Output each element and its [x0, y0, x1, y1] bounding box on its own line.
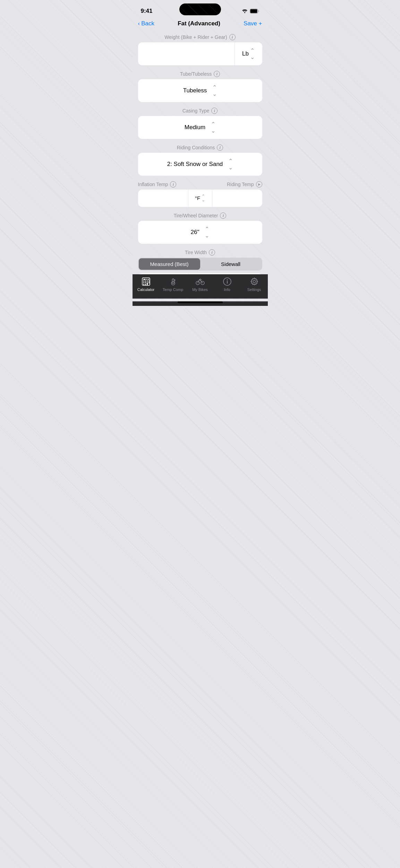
width-label: Tire Width i	[138, 249, 262, 256]
diameter-select[interactable]: 26" ⌃⌄	[138, 221, 262, 244]
casing-field-group: Casing Type i Medium ⌃⌄	[138, 108, 262, 139]
weight-input-container: 200 Lb ⌃⌄	[138, 42, 262, 65]
svg-rect-10	[145, 282, 146, 283]
temp-unit-label: °F	[195, 195, 200, 201]
tab-temp-comp-label: Temp Comp	[163, 287, 183, 292]
casing-label: Casing Type i	[138, 108, 262, 114]
svg-rect-8	[143, 284, 144, 285]
svg-rect-15	[148, 282, 150, 283]
dynamic-island	[179, 3, 221, 15]
tab-settings[interactable]: Settings	[244, 277, 265, 292]
tab-settings-label: Settings	[247, 287, 261, 292]
weight-unit-label: Lb	[242, 50, 249, 57]
tube-field-group: Tube/Tubeless i Tubeless ⌃⌄	[138, 71, 262, 102]
width-field-group: Tire Width i Measured (Best) Sidewall 4.…	[138, 249, 262, 274]
svg-rect-11	[145, 284, 146, 285]
temp-inputs-row: 50 °F ⌃⌄ 20	[138, 190, 262, 207]
diameter-field-group: Tire/Wheel Diameter i 26" ⌃⌄	[138, 212, 262, 244]
back-button[interactable]: ‹ Back	[138, 20, 154, 27]
svg-rect-4	[146, 279, 147, 280]
save-button[interactable]: Save +	[244, 20, 262, 27]
width-toggle: Measured (Best) Sidewall	[138, 258, 262, 270]
weight-field-group: Weight (Bike + Rider + Gear) i 200 Lb ⌃⌄	[138, 34, 262, 65]
tube-value: Tubeless	[183, 87, 207, 94]
temp-unit-select[interactable]: °F ⌃⌄	[188, 190, 212, 207]
tab-calculator[interactable]: Calculator	[136, 277, 156, 292]
bike-icon	[196, 277, 205, 286]
svg-rect-1	[250, 9, 257, 13]
riding-field-group: Riding Conditions i 2: Soft Snow or Sand…	[138, 144, 262, 176]
tab-info[interactable]: Info	[217, 277, 238, 292]
riding-value: 2: Soft Snow or Sand	[167, 161, 223, 168]
riding-temp-location-icon: ➤	[256, 181, 262, 187]
riding-info-icon[interactable]: i	[217, 144, 223, 151]
riding-temp-input-container: 20	[212, 190, 262, 207]
tube-select[interactable]: Tubeless ⌃⌄	[138, 79, 262, 102]
inflation-temp-input[interactable]: 50	[138, 190, 188, 207]
back-label: Back	[141, 20, 154, 27]
width-info-icon[interactable]: i	[209, 249, 215, 256]
settings-icon	[250, 277, 259, 286]
weight-info-icon[interactable]: i	[229, 34, 236, 40]
svg-rect-17	[172, 279, 174, 284]
tube-label: Tube/Tubeless i	[138, 71, 262, 77]
riding-label: Riding Conditions i	[138, 144, 262, 151]
casing-chevron: ⌃⌄	[211, 121, 215, 134]
inflation-temp-label: Inflation Temp i	[138, 181, 177, 187]
weight-unit-chevron: ⌃⌄	[250, 47, 255, 60]
diameter-chevron: ⌃⌄	[205, 226, 209, 239]
wifi-icon	[242, 9, 248, 14]
weight-input[interactable]: 200	[138, 45, 235, 62]
temp-labels-row: Inflation Temp i Riding Temp ➤	[138, 181, 262, 187]
temp-field-group: Inflation Temp i Riding Temp ➤ 50 °F ⌃⌄	[138, 181, 262, 207]
temp-comp-icon	[169, 277, 178, 286]
tab-my-bikes[interactable]: My Bikes	[190, 277, 211, 292]
diameter-label: Tire/Wheel Diameter i	[138, 212, 262, 219]
svg-point-25	[253, 281, 255, 283]
home-indicator	[178, 301, 223, 303]
tab-info-label: Info	[224, 287, 230, 292]
status-icons	[242, 9, 259, 14]
svg-rect-24	[227, 281, 228, 284]
weight-unit-select[interactable]: Lb ⌃⌄	[235, 42, 262, 65]
status-time: 9:41	[141, 8, 153, 15]
casing-info-icon[interactable]: i	[211, 108, 218, 114]
info-tab-icon	[223, 277, 232, 286]
casing-select[interactable]: Medium ⌃⌄	[138, 116, 262, 139]
riding-temp-label: Riding Temp ➤	[227, 181, 262, 187]
tube-chevron: ⌃⌄	[212, 84, 217, 97]
svg-rect-7	[143, 282, 144, 283]
riding-chevron: ⌃⌄	[228, 158, 233, 171]
svg-rect-3	[143, 279, 146, 280]
tab-temp-comp[interactable]: Temp Comp	[163, 277, 184, 292]
svg-rect-12	[147, 281, 148, 282]
temp-unit-chevron: ⌃⌄	[202, 194, 205, 202]
tube-info-icon[interactable]: i	[214, 71, 220, 77]
width-toggle-measured[interactable]: Measured (Best)	[139, 258, 200, 270]
tab-calculator-label: Calculator	[137, 287, 155, 292]
diameter-value: 26"	[191, 229, 199, 236]
svg-point-16	[171, 282, 175, 285]
inflation-temp-input-container: 50	[138, 190, 188, 207]
svg-point-23	[227, 279, 228, 281]
inflation-temp-info-icon[interactable]: i	[170, 181, 176, 187]
page-title: Fat (Advanced)	[178, 20, 220, 27]
diameter-info-icon[interactable]: i	[220, 212, 226, 219]
width-toggle-sidewall[interactable]: Sidewall	[200, 258, 262, 270]
weight-label: Weight (Bike + Rider + Gear) i	[138, 34, 262, 40]
tab-bar: Calculator Temp Comp My Bikes	[133, 274, 268, 299]
svg-rect-13	[147, 282, 148, 285]
back-chevron: ‹	[138, 20, 140, 27]
casing-value: Medium	[185, 124, 205, 131]
battery-icon	[250, 9, 259, 14]
tab-my-bikes-label: My Bikes	[192, 287, 208, 292]
svg-rect-6	[143, 281, 144, 282]
save-label: Save +	[244, 20, 262, 27]
riding-select[interactable]: 2: Soft Snow or Sand ⌃⌄	[138, 153, 262, 176]
svg-rect-5	[148, 279, 149, 280]
riding-temp-input[interactable]: 20	[212, 190, 262, 207]
svg-rect-14	[148, 281, 150, 282]
svg-rect-9	[145, 281, 146, 282]
calculator-icon	[142, 277, 151, 286]
